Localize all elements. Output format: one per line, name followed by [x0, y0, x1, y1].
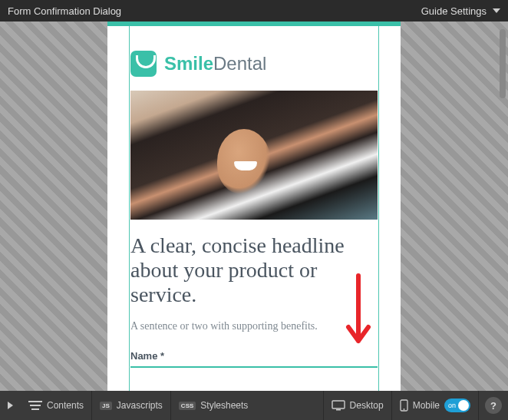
bottom-toolbar: Contents JS Javascripts CSS Stylesheets … [0, 391, 508, 420]
javascripts-button[interactable]: JS Javascripts [92, 391, 170, 420]
hero-image[interactable] [130, 91, 378, 220]
toggle-knob [458, 400, 469, 411]
guide-settings-label: Guide Settings [421, 5, 487, 17]
mobile-view-button[interactable]: Mobile on [392, 391, 478, 420]
expand-button[interactable] [0, 391, 21, 420]
brand-name: SmileDental [164, 53, 266, 74]
contents-button[interactable]: Contents [21, 391, 91, 420]
svg-rect-0 [332, 401, 345, 408]
contents-icon [28, 401, 42, 410]
stylesheets-button[interactable]: CSS Stylesheets [171, 391, 256, 420]
brand-logo[interactable]: SmileDental [130, 51, 378, 77]
subheadline-text[interactable]: A sentence or two with supporting benefi… [130, 319, 378, 334]
svg-rect-1 [336, 409, 341, 411]
guide-settings-button[interactable]: Guide Settings [421, 5, 500, 17]
top-bar: Form Confirmation Dialog Guide Settings [0, 0, 508, 21]
css-badge-icon: CSS [179, 402, 196, 410]
desktop-icon [332, 400, 345, 411]
contents-label: Contents [47, 400, 84, 411]
mobile-toggle[interactable]: on [444, 399, 470, 412]
divider [478, 391, 479, 420]
desktop-label: Desktop [350, 400, 384, 411]
mobile-preview-frame[interactable]: SmileDental A clear, concise headline ab… [107, 21, 401, 391]
smile-logo-icon [130, 51, 157, 77]
brand-name-bold: Smile [164, 53, 213, 74]
name-field-input[interactable] [130, 366, 378, 368]
brand-name-light: Dental [213, 53, 266, 74]
toggle-state-label: on [448, 402, 456, 409]
vertical-scrollbar[interactable] [500, 29, 506, 98]
js-badge-icon: JS [100, 402, 112, 410]
canvas-area: SmileDental A clear, concise headline ab… [0, 21, 508, 391]
chevron-down-icon [493, 8, 500, 13]
name-field-label[interactable]: Name * [130, 350, 378, 362]
help-icon: ? [490, 400, 496, 412]
dialog-title: Form Confirmation Dialog [8, 5, 121, 17]
mobile-icon [400, 399, 408, 412]
page-content[interactable]: SmileDental A clear, concise headline ab… [107, 26, 401, 368]
desktop-view-button[interactable]: Desktop [324, 391, 391, 420]
help-button[interactable]: ? [485, 397, 502, 414]
mobile-label: Mobile [413, 400, 440, 411]
play-icon [8, 402, 13, 409]
stylesheets-label: Stylesheets [200, 400, 248, 411]
headline-text[interactable]: A clear, concise headline about your pro… [130, 233, 378, 308]
svg-point-3 [403, 408, 404, 410]
javascripts-label: Javascripts [117, 400, 163, 411]
